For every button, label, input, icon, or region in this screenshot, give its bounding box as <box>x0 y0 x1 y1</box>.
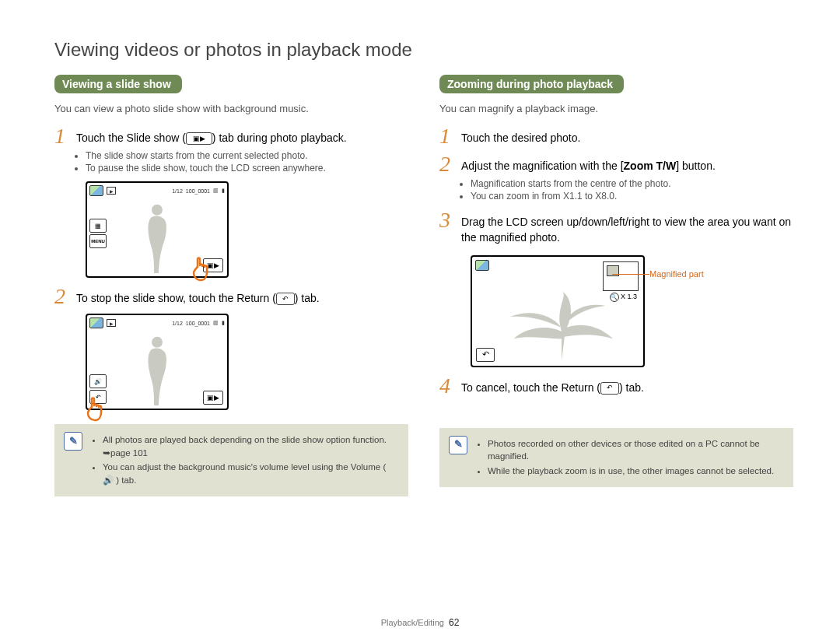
zoom-intro: You can magnify a playback image. <box>439 103 793 114</box>
step1-bullets: The slide show starts from the current s… <box>86 150 408 174</box>
zoom-level-label: 🔍X 1.3 <box>610 293 637 302</box>
step-number-1: 1 <box>54 125 73 147</box>
play-mode-icon: ▶ <box>107 319 116 327</box>
step-number-4r: 4 <box>439 375 458 397</box>
sd-icon: ▥ <box>213 188 219 194</box>
step-number-1r: 1 <box>439 125 458 147</box>
magnify-viewport-frame <box>603 261 639 291</box>
section-heading-slideshow: Viewing a slide show <box>54 75 182 93</box>
lcd-counter: 1/12 <box>172 188 183 194</box>
note-icon: ✎ <box>449 436 467 454</box>
touch-hand-icon <box>81 391 112 423</box>
callout-magnified-part: Magnified part <box>649 269 704 279</box>
touch-hand-icon <box>187 251 218 282</box>
rstep3-text: Drag the LCD screen up/down/left/right t… <box>461 209 793 246</box>
golfer-silhouette <box>134 331 180 407</box>
menu-button: MENU <box>89 234 107 248</box>
note-box-left: ✎ All photos are played back depending o… <box>54 424 408 496</box>
zoom-lcd-illustration: 🔍X 1.3 ↶ <box>471 255 645 367</box>
page-footer: Playback/Editing62 <box>0 617 840 628</box>
slideshow-button: ▣▶ <box>203 391 223 405</box>
play-mode-icon: ▶ <box>107 187 116 195</box>
return-icon: ↶ <box>600 382 619 395</box>
rstep2-text: Adjust the magnification with the [Zoom … <box>461 153 716 174</box>
palm-silhouette <box>495 284 628 364</box>
photo-thumb-icon <box>89 185 103 196</box>
step-number-3r: 3 <box>439 209 458 231</box>
right-column: Zooming during photo playback You can ma… <box>439 75 793 496</box>
step-number-2: 2 <box>54 286 73 307</box>
photo-thumb-icon <box>89 317 103 328</box>
page-title: Viewing videos or photos in playback mod… <box>54 39 793 61</box>
photo-thumb-icon <box>475 260 489 271</box>
return-button: ↶ <box>476 348 495 362</box>
rstep4-text: To cancel, touch the Return (↶) tab. <box>461 375 644 395</box>
callout-line <box>612 274 649 275</box>
lcd-illustration-2: ▶ 1/12 100_0001 ▥ ▮ 🔊 ↶ ▣▶ <box>86 314 408 410</box>
note-icon: ✎ <box>64 432 82 451</box>
sd-icon: ▥ <box>213 320 219 326</box>
rstep1-text: Touch the desired photo. <box>461 125 580 146</box>
slideshow-tab-icon: ▣▶ <box>186 132 212 145</box>
left-column: Viewing a slide show You can view a phot… <box>54 75 408 496</box>
lcd-filename: 100_0001 <box>186 188 210 194</box>
step1-text: Touch the Slide show (▣▶) tab during pho… <box>76 125 347 146</box>
note-box-right: ✎ Photos recorded on other devices or th… <box>439 428 793 487</box>
rstep2-bullets: Magnification starts from the centre of … <box>471 178 793 202</box>
step2-text: To stop the slide show, touch the Return… <box>76 286 320 306</box>
step-number-2r: 2 <box>439 153 458 175</box>
lcd-illustration-1: ▶ 1/12 100_0001 ▥ ▮ ▦ MENU ▣▶ <box>86 181 408 278</box>
golfer-silhouette <box>134 198 180 275</box>
battery-icon: ▮ <box>222 188 225 194</box>
section-heading-zoom: Zooming during photo playback <box>439 75 624 93</box>
lcd-filename: 100_0001 <box>186 321 210 326</box>
grid-button: ▦ <box>89 219 107 233</box>
return-icon: ↶ <box>276 293 295 305</box>
slideshow-intro: You can view a photo slide show with bac… <box>54 103 408 114</box>
battery-icon: ▮ <box>222 320 225 326</box>
volume-button: 🔊 <box>89 374 107 388</box>
lcd-counter: 1/12 <box>172 321 183 326</box>
